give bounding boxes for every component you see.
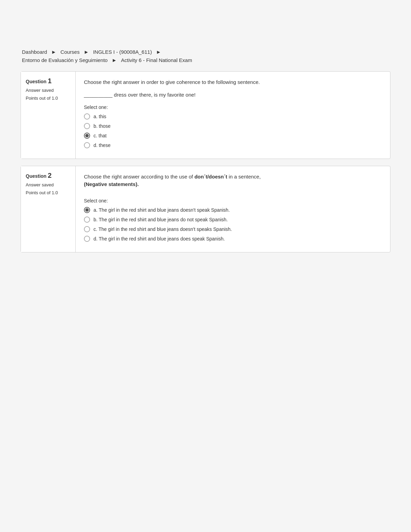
question-2-option-c[interactable]: c. The girl in the red shirt and blue je… — [84, 226, 382, 232]
question-1-select-label: Select one: — [84, 104, 382, 110]
question-2-select-label: Select one: — [84, 198, 382, 203]
question-2-text-before: Choose the right answer according to the… — [84, 174, 195, 180]
question-2-content: Choose the right answer according to the… — [76, 166, 390, 252]
question-1-option-b[interactable]: b. those — [84, 123, 382, 129]
question-1-radio-a[interactable] — [84, 113, 90, 120]
question-1-radio-d[interactable] — [84, 142, 90, 148]
breadcrumb-sep-2: ► — [84, 49, 90, 55]
question-1-option-a-text: a. this — [94, 114, 106, 119]
question-1-number: Question 1 — [26, 77, 71, 85]
question-2-block: Question 2 Answer saved Points out of 1.… — [21, 166, 390, 252]
question-1-option-d[interactable]: d. these — [84, 142, 382, 148]
question-2-text-bold: don´t/doesn´t — [195, 174, 227, 180]
question-2-option-b-text: b. The girl in the red shirt and blue je… — [94, 217, 228, 222]
question-2-points: Points out of 1.0 — [26, 190, 71, 195]
breadcrumb-entorno[interactable]: Entorno de Evaluación y Seguimiento — [22, 57, 108, 63]
question-2-option-c-text: c. The girl in the red shirt and blue je… — [94, 226, 232, 232]
question-2-radio-c[interactable] — [84, 226, 90, 232]
question-2-radio-b[interactable] — [84, 216, 90, 223]
question-2-option-a-text: a. The girl in the red shirt and blue je… — [94, 207, 230, 213]
breadcrumb-course[interactable]: INGLES I - (90008A_611) — [93, 49, 152, 55]
question-2-text: Choose the right answer according to the… — [84, 173, 382, 188]
question-2-option-d[interactable]: d. The girl in the red shirt and blue je… — [84, 236, 382, 242]
question-2-text-after: in a sentence, — [227, 174, 261, 180]
question-2-option-a[interactable]: a. The girl in the red shirt and blue je… — [84, 207, 382, 213]
breadcrumb-sep-4: ► — [112, 57, 118, 63]
breadcrumb-sep-3: ► — [156, 49, 161, 55]
question-1-radio-b[interactable] — [84, 123, 90, 129]
question-2-radio-a[interactable] — [84, 207, 90, 213]
question-1-blank: __________ dress over there, is my favor… — [84, 92, 382, 98]
question-2-radio-d[interactable] — [84, 236, 90, 242]
question-1-option-c[interactable]: c. that — [84, 133, 382, 139]
question-2-option-d-text: d. The girl in the red shirt and blue je… — [94, 236, 225, 242]
question-1-points: Points out of 1.0 — [26, 96, 71, 101]
question-2-option-b[interactable]: b. The girl in the red shirt and blue je… — [84, 216, 382, 223]
question-1-option-d-text: d. these — [94, 143, 111, 148]
question-1-option-a[interactable]: a. this — [84, 113, 382, 120]
question-2-sidebar: Question 2 Answer saved Points out of 1.… — [21, 166, 76, 252]
question-1-sidebar: Question 1 Answer saved Points out of 1.… — [21, 72, 76, 159]
question-1-answer-saved: Answer saved — [26, 88, 71, 93]
question-2-options: a. The girl in the red shirt and blue je… — [84, 207, 382, 242]
breadcrumb-sep-1: ► — [51, 49, 58, 55]
question-2-radio-a-inner — [85, 208, 89, 212]
question-1-block: Question 1 Answer saved Points out of 1.… — [21, 71, 390, 159]
breadcrumb: Dashboard ► Courses ► INGLES I - (90008A… — [21, 48, 404, 64]
question-1-option-b-text: b. those — [94, 123, 111, 129]
breadcrumb-courses[interactable]: Courses — [61, 49, 80, 55]
breadcrumb-activity[interactable]: Activity 6 - Final National Exam — [121, 57, 192, 63]
question-1-content: Choose the right answer in order to give… — [76, 72, 390, 159]
question-1-text: Choose the right answer in order to give… — [84, 78, 382, 86]
question-1-radio-c-inner — [85, 134, 89, 137]
question-1-options: a. this b. those c. that d. these — [84, 113, 382, 148]
question-2-text-line2: (Negative statements). — [84, 181, 139, 187]
question-2-number: Question 2 — [26, 172, 71, 180]
breadcrumb-dashboard[interactable]: Dashboard — [22, 49, 47, 55]
question-2-answer-saved: Answer saved — [26, 182, 71, 187]
question-1-option-c-text: c. that — [94, 133, 107, 138]
question-1-radio-c[interactable] — [84, 133, 90, 139]
